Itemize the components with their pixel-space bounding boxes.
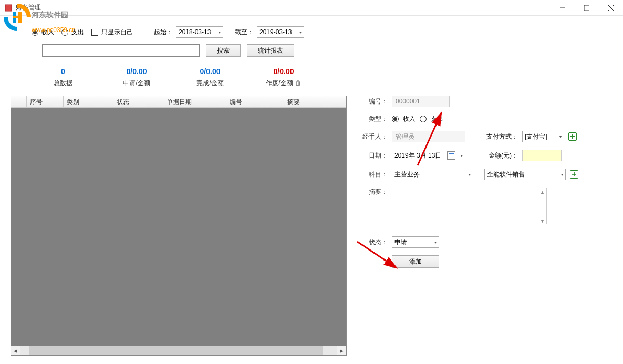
svg-rect-2 <box>584 5 589 11</box>
add-subject-icon[interactable]: + <box>570 170 578 179</box>
dropdown-arrow-icon: ▾ <box>559 134 562 139</box>
status-select[interactable]: 申请 ▾ <box>392 236 439 248</box>
summary-label: 摘要： <box>362 188 388 196</box>
form-radio-expense[interactable] <box>420 116 427 122</box>
calendar-icon <box>447 151 455 160</box>
svg-rect-0 <box>5 5 12 11</box>
checkbox-only-self[interactable] <box>91 29 98 36</box>
status-value: 申请 <box>394 238 407 247</box>
stat-done-label: 完成/金额 <box>173 79 247 88</box>
amount-label: 金额(元)： <box>484 151 518 160</box>
close-button[interactable] <box>599 0 623 16</box>
add-button[interactable]: 添加 <box>392 255 439 268</box>
dropdown-arrow-icon: ▾ <box>461 153 463 158</box>
col-number[interactable]: 编号 <box>226 96 284 107</box>
stat-total-value: 0 <box>26 67 100 76</box>
date-label: 日期： <box>362 151 388 160</box>
col-category[interactable]: 类别 <box>64 96 113 107</box>
subject-value: 主营业务 <box>394 170 420 179</box>
number-label: 编号： <box>362 97 388 106</box>
stat-done: 0/0.00 完成/金额 <box>173 67 247 88</box>
dropdown-arrow-icon: ▾ <box>434 240 437 245</box>
end-date-label: 截至： <box>235 28 254 37</box>
col-seq[interactable]: 序号 <box>27 96 64 107</box>
window-controls <box>551 0 623 16</box>
scroll-right-icon[interactable]: ▶ <box>337 346 346 355</box>
search-button[interactable]: 搜索 <box>206 44 241 57</box>
start-date-label: 起始： <box>154 28 173 37</box>
type-label: 类型： <box>362 115 388 123</box>
end-date-value: 2019-03-13 <box>259 28 292 36</box>
dropdown-arrow-icon: ▾ <box>561 172 563 177</box>
scroll-left-icon[interactable]: ◀ <box>11 346 20 355</box>
stat-void: 0/0.00 作废/金额🗑 <box>247 67 320 88</box>
col-status[interactable]: 状态 <box>113 96 163 107</box>
filter-row: 收入 支出 只显示自己 起始： 2018-03-13 ▾ 截至： 2019-03… <box>11 26 612 38</box>
subject2-value: 全能软件销售 <box>487 170 525 179</box>
checkbox-only-self-label: 只显示自己 <box>101 28 133 37</box>
report-button[interactable]: 统计报表 <box>247 44 294 57</box>
subject-select[interactable]: 主营业务 ▾ <box>392 169 473 180</box>
payment-value: [支付宝] <box>525 132 547 141</box>
status-label: 状态： <box>362 238 388 247</box>
scroll-thumb[interactable] <box>29 346 323 355</box>
dropdown-arrow-icon: ▾ <box>469 172 471 177</box>
stat-apply-label: 申请/金额 <box>100 79 173 88</box>
stat-total-label: 总数据 <box>26 79 100 88</box>
col-date[interactable]: 单据日期 <box>163 96 226 107</box>
search-input[interactable] <box>42 44 200 57</box>
form-date-value: 2019年 3月 13日 <box>394 151 441 160</box>
table-row-header <box>11 96 27 107</box>
stat-total: 0 总数据 <box>26 67 100 88</box>
textarea-scroll-up-icon[interactable]: ▲ <box>540 190 545 195</box>
stat-void-value: 0/0.00 <box>247 67 320 76</box>
dropdown-arrow-icon: ▾ <box>299 30 302 35</box>
search-row: 搜索 统计报表 <box>11 44 612 57</box>
stat-apply-value: 0/0.00 <box>100 67 173 76</box>
titlebar: 财务管理 <box>0 0 623 16</box>
textarea-scroll-down-icon[interactable]: ▼ <box>540 219 545 224</box>
minimize-button[interactable] <box>551 0 575 16</box>
handler-input <box>392 131 465 142</box>
stats-row: 0 总数据 0/0.00 申请/金额 0/0.00 完成/金额 0/0.00 作… <box>11 67 612 88</box>
end-date-picker[interactable]: 2019-03-13 ▾ <box>257 26 304 38</box>
horizontal-scrollbar[interactable]: ◀ ▶ <box>11 346 346 355</box>
watermark-site-name: 河东软件园 <box>32 11 68 20</box>
form-date-picker[interactable]: 2019年 3月 13日 ▾ <box>392 150 465 161</box>
summary-textarea[interactable] <box>392 188 547 224</box>
table-header: 序号 类别 状态 单据日期 编号 摘要 <box>11 96 346 108</box>
number-input <box>392 96 450 107</box>
handler-label: 经手人： <box>362 132 388 141</box>
amount-input[interactable] <box>522 150 562 161</box>
start-date-value: 2018-03-13 <box>179 28 211 36</box>
subject-label: 科目： <box>362 170 388 179</box>
col-summary[interactable]: 摘要 <box>284 96 346 107</box>
form-radio-income[interactable] <box>392 116 399 122</box>
watermark-url: www.pc0359.cn <box>32 26 76 34</box>
stat-apply: 0/0.00 申请/金额 <box>100 67 173 88</box>
app-icon <box>4 4 13 12</box>
subject2-select[interactable]: 全能软件销售 ▾ <box>484 169 566 180</box>
maximize-button[interactable] <box>575 0 599 16</box>
payment-label: 支付方式： <box>484 132 518 141</box>
start-date-picker[interactable]: 2018-03-13 ▾ <box>176 26 223 38</box>
form-radio-income-label: 收入 <box>403 115 416 123</box>
trash-icon[interactable]: 🗑 <box>295 79 302 87</box>
stat-done-value: 0/0.00 <box>173 67 247 76</box>
data-table[interactable]: 序号 类别 状态 单据日期 编号 摘要 ◀ ▶ <box>11 96 347 356</box>
payment-select[interactable]: [支付宝] ▾ <box>522 131 564 142</box>
dropdown-arrow-icon: ▾ <box>219 30 221 35</box>
add-payment-icon[interactable]: + <box>568 132 577 141</box>
form-panel: 编号： 类型： 收入 支出 经手人： 支付方式： [支付宝] ▾ + <box>362 96 612 356</box>
stat-void-label: 作废/金额🗑 <box>247 79 320 88</box>
form-radio-expense-label: 支出 <box>431 115 443 123</box>
